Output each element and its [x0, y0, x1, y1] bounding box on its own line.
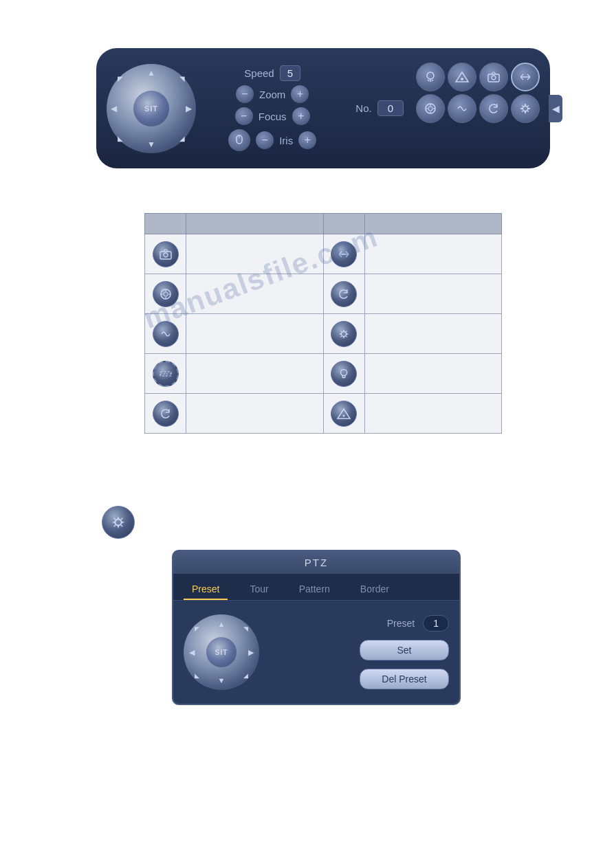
arrow-upleft-icon[interactable]: ◤ — [118, 75, 123, 82]
table-icon-cell-camera — [145, 234, 186, 274]
ptz-dialog-tabs: Preset Tour Pattern Border — [173, 574, 459, 601]
mini-joystick[interactable]: ▲ ▼ ◀ ▶ ◤ ◥ ◣ ◢ SIT — [184, 614, 259, 690]
pattern-icon-btn[interactable] — [448, 94, 476, 123]
svg-point-9 — [492, 76, 496, 80]
tour-icon-btn[interactable] — [416, 94, 445, 123]
table-row — [145, 394, 502, 434]
tour-table-icon — [153, 281, 179, 307]
svg-rect-26 — [160, 372, 171, 376]
iris-row: − Iris + — [228, 129, 316, 151]
ptz-dialog: PTZ Preset Tour Pattern Border ▲ ▼ ◀ ▶ ◤… — [172, 550, 461, 705]
return-icon-btn[interactable] — [479, 94, 508, 123]
focus-row: − Focus + — [235, 107, 310, 125]
mini-arrow-down[interactable]: ▼ — [218, 676, 226, 685]
joystick[interactable]: ▲ ▼ ◀ ▶ ◤ ◥ ◣ ◢ SIT — [107, 64, 196, 153]
svg-line-4 — [428, 80, 429, 81]
set-button[interactable]: Set — [360, 640, 449, 660]
mini-arrow-left[interactable]: ◀ — [189, 648, 195, 657]
focus-minus-button[interactable]: − — [235, 107, 253, 125]
zoom-label: Zoom — [259, 89, 285, 100]
arrow-up-icon[interactable]: ▲ — [147, 68, 155, 78]
pattern-table-icon — [153, 321, 179, 347]
arrow-down-icon[interactable]: ▼ — [147, 140, 155, 149]
mini-arrow-right[interactable]: ▶ — [248, 648, 254, 657]
svg-point-18 — [164, 253, 168, 257]
zoom-plus-button[interactable]: + — [291, 85, 309, 103]
svg-marker-29 — [338, 409, 350, 419]
table-desc-camera — [186, 234, 324, 274]
svg-point-30 — [343, 414, 345, 416]
table-header-1 — [145, 214, 186, 234]
autoscan-table-icon — [153, 401, 179, 427]
svg-point-2 — [427, 72, 434, 79]
focus-plus-button[interactable]: + — [292, 107, 310, 125]
szfi-panel: Speed 5 − Zoom + − Focus + − Iris + — [196, 65, 349, 151]
table-row — [145, 234, 502, 274]
table-desc-gear — [364, 314, 502, 354]
mini-arrow-ul[interactable]: ◤ — [195, 625, 199, 632]
collapse-arrow[interactable]: ◀ — [549, 95, 562, 122]
iris-label: Iris — [279, 135, 293, 146]
svg-point-27 — [341, 369, 347, 375]
preset-value[interactable]: 1 — [423, 615, 449, 632]
table-icon-cell-gear — [323, 314, 364, 354]
icon-grid — [416, 63, 540, 155]
arrow-upright-icon[interactable]: ◥ — [179, 75, 185, 82]
table-row — [145, 354, 502, 394]
mini-arrow-dr[interactable]: ◢ — [243, 672, 248, 679]
svg-point-16 — [523, 106, 528, 111]
light-table-icon — [331, 361, 357, 387]
speed-value[interactable]: 5 — [280, 65, 300, 81]
no-value[interactable]: 0 — [377, 100, 404, 116]
table-desc-return — [364, 274, 502, 314]
iris-minus-button[interactable]: − — [256, 131, 274, 149]
mouse-icon[interactable] — [228, 129, 250, 151]
mini-arrow-dl[interactable]: ◣ — [195, 672, 199, 679]
mini-arrow-up[interactable]: ▲ — [218, 620, 226, 628]
mini-joystick-label: SIT — [215, 649, 228, 656]
camera-icon-btn[interactable] — [479, 63, 508, 91]
zoom-row: − Zoom + — [236, 85, 309, 103]
network-icon-btn[interactable] — [448, 63, 476, 91]
no-label: No. — [355, 102, 371, 114]
camera-table-icon — [153, 241, 179, 267]
svg-line-5 — [432, 80, 433, 81]
speed-row: Speed 5 — [244, 65, 300, 81]
network-table-icon — [331, 401, 357, 427]
table-desc-tour — [186, 274, 324, 314]
mini-joystick-center[interactable]: SIT — [206, 637, 237, 667]
arrow-downleft-icon[interactable]: ◣ — [118, 135, 123, 142]
gear-icon-btn[interactable] — [511, 94, 540, 123]
arrow-downright-icon[interactable]: ◢ — [179, 135, 185, 142]
joystick-center[interactable]: SIT — [133, 91, 169, 126]
table-row — [145, 314, 502, 354]
zoom-minus-button[interactable]: − — [236, 85, 254, 103]
joystick-label: SIT — [144, 104, 158, 113]
tab-border[interactable]: Border — [352, 579, 397, 600]
del-preset-button[interactable]: Del Preset — [360, 669, 449, 689]
arrow-right-icon[interactable]: ▶ — [186, 104, 192, 113]
svg-point-25 — [342, 331, 347, 336]
tab-tour[interactable]: Tour — [241, 579, 276, 600]
table-icon-cell-pattern — [145, 314, 186, 354]
svg-point-31 — [116, 520, 122, 526]
flip-h-icon-btn[interactable] — [511, 63, 540, 91]
arrow-left-icon[interactable]: ◀ — [111, 104, 117, 113]
table-desc-autoscan — [186, 394, 324, 434]
light-icon-btn[interactable] — [416, 63, 445, 91]
gear-settings-button[interactable] — [102, 506, 135, 539]
mini-joystick-outer: ▲ ▼ ◀ ▶ ◤ ◥ ◣ ◢ SIT — [184, 614, 259, 690]
tab-pattern[interactable]: Pattern — [291, 579, 338, 600]
svg-point-20 — [164, 292, 168, 296]
return-table-icon — [331, 281, 357, 307]
mini-arrow-ur[interactable]: ◥ — [243, 625, 248, 632]
table-icon-cell-return — [323, 274, 364, 314]
table-desc-light — [364, 354, 502, 394]
tab-preset[interactable]: Preset — [184, 579, 228, 600]
table-header-2 — [186, 214, 324, 234]
iris-plus-button[interactable]: + — [298, 131, 316, 149]
table-icon-cell-network — [323, 394, 364, 434]
table-icon-cell-fliph — [323, 234, 364, 274]
ptz-dialog-body: ▲ ▼ ◀ ▶ ◤ ◥ ◣ ◢ SIT Preset 1 Set Del Pre… — [173, 601, 459, 704]
table-icon-cell-tour — [145, 274, 186, 314]
